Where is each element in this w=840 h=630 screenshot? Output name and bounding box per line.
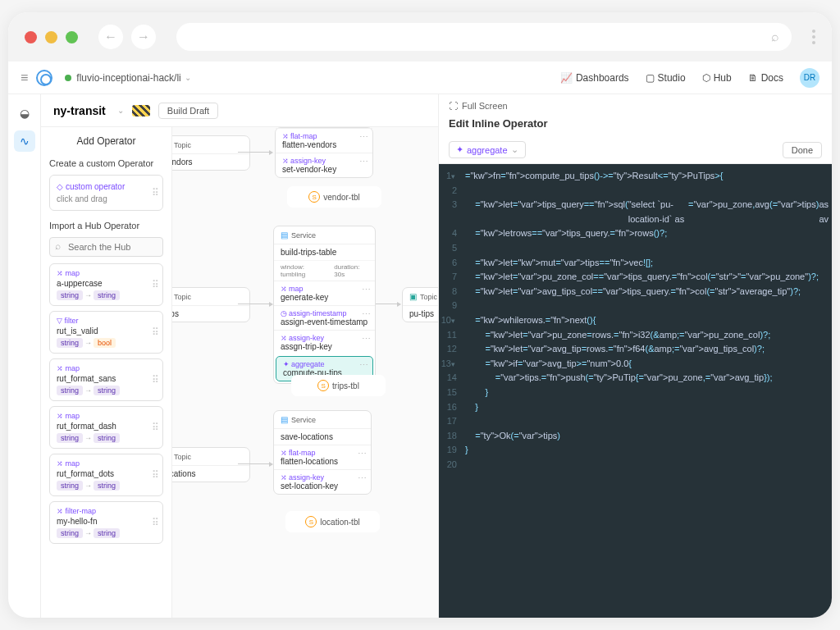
search-icon: ⌕ <box>771 30 779 44</box>
hub-operator-item[interactable]: ⤮ map a-uppercase string→string ⠿ <box>49 263 163 306</box>
nav-docs[interactable]: 🗎 Docs <box>748 72 783 84</box>
nav-studio[interactable]: ▢ Studio <box>646 72 686 84</box>
sink-trips-tbl[interactable]: Strips-tbl <box>291 375 386 396</box>
window-minimize-icon[interactable] <box>45 31 57 43</box>
ellipsis-icon[interactable]: ⋯ <box>359 132 368 143</box>
grip-icon: ⠿ <box>152 187 158 199</box>
arrow-icon <box>376 304 400 304</box>
ellipsis-icon[interactable]: ⋯ <box>358 473 366 484</box>
operator-sidebar: Add Operator Create a custom Operator ◇ … <box>41 127 172 618</box>
topic-node-vendors[interactable]: ▣Topic vendors <box>172 135 250 171</box>
grip-icon: ⠿ <box>152 422 158 433</box>
browser-chrome: ← → ⌕ <box>8 12 832 62</box>
grip-icon: ⠿ <box>152 469 158 481</box>
service-icon: ▤ <box>281 231 288 240</box>
draft-badge-icon <box>132 105 150 116</box>
arrow-icon <box>238 152 272 153</box>
grip-icon: ⠿ <box>152 517 158 528</box>
topic-node-trips[interactable]: ▣Topic trips <box>172 287 250 322</box>
left-rail: ◒ ∿ <box>8 94 41 618</box>
ellipsis-icon[interactable]: ⋯ <box>359 157 368 167</box>
flow-icon[interactable]: ∿ <box>14 130 35 152</box>
diamond-icon: ◇ <box>57 182 63 191</box>
window-maximize-icon[interactable] <box>66 31 78 43</box>
ellipsis-icon[interactable]: ⋯ <box>362 334 370 345</box>
grip-icon: ⠿ <box>152 279 158 290</box>
aggregate-chip[interactable]: ✦ aggregate ⌄ <box>449 141 526 158</box>
done-button[interactable]: Done <box>783 142 822 158</box>
editor-title: Edit Inline Operator <box>439 117 832 136</box>
grip-icon: ⠿ <box>152 374 158 386</box>
chevron-down-icon[interactable]: ⌄ <box>117 106 124 115</box>
topic-node-pu-tips[interactable]: ▣Topic pu-tips <box>402 287 438 322</box>
back-button[interactable]: ← <box>98 25 123 49</box>
gauge-icon[interactable]: ◒ <box>14 103 35 124</box>
forward-button[interactable]: → <box>131 25 156 49</box>
status-dot-icon <box>65 75 71 81</box>
app-header: ≡ fluvio-inceptionai-hack/li ⌄ 📈 Dashboa… <box>8 62 832 94</box>
hub-operator-item[interactable]: ⤮ map rut_format_dots string→string ⠿ <box>49 454 163 496</box>
nav-dashboards[interactable]: 📈 Dashboards <box>560 72 629 84</box>
service-node-vendors[interactable]: ⤮ flat-mapflatten-vendors⋯ ⤮ assign-keys… <box>275 127 373 178</box>
hub-operator-item[interactable]: ▽ filter rut_is_valid string→bool ⠿ <box>49 311 163 354</box>
kebab-menu-icon[interactable] <box>812 30 815 44</box>
hub-operator-item[interactable]: ⤮ map rut_format_sans string→string ⠿ <box>49 358 163 401</box>
arrow-icon <box>238 463 272 464</box>
import-operator-label: Import a Hub Operator <box>49 221 163 231</box>
code-editor[interactable]: 1▾="kw">fn ="fn">compute_pu_tips() -> ="… <box>439 164 832 618</box>
fullscreen-label[interactable]: Full Screen <box>462 101 508 111</box>
flow-canvas[interactable]: ▣Topic vendors ▣Topic trips ▣Topic locat… <box>172 127 438 618</box>
ellipsis-icon[interactable]: ⋯ <box>362 285 370 295</box>
url-bar[interactable]: ⌕ <box>176 23 792 51</box>
build-draft-button[interactable]: Build Draft <box>158 103 218 119</box>
nav-hub[interactable]: ⬡ Hub <box>702 72 732 84</box>
topic-icon: ▣ <box>409 292 417 301</box>
add-operator-title: Add Operator <box>49 135 163 153</box>
sink-vendor-tbl[interactable]: Svendor-tbl <box>287 186 381 208</box>
sink-location-tbl[interactable]: Slocation-tbl <box>285 511 380 532</box>
hub-search-input[interactable] <box>49 237 163 257</box>
logo-icon[interactable] <box>36 70 52 86</box>
topic-node-locations[interactable]: ▣Topic locations <box>172 447 250 482</box>
window-close-icon[interactable] <box>25 31 37 43</box>
editor-pane: ⛶ Full Screen Edit Inline Operator ✦ agg… <box>438 94 832 618</box>
service-node-locations[interactable]: ▤Service save-locations ⤮ flat-mapflatte… <box>273 410 372 495</box>
hub-operator-item[interactable]: ⤮ filter-map my-hello-fn string→string ⠿ <box>49 501 163 544</box>
custom-operator-item[interactable]: ◇ custom operator click and drag ⠿ <box>49 175 163 211</box>
chevron-down-icon[interactable]: ⌄ <box>185 73 191 82</box>
breadcrumb[interactable]: fluvio-inceptionai-hack/li <box>76 72 180 84</box>
fullscreen-icon[interactable]: ⛶ <box>449 101 458 111</box>
arrow-icon <box>238 304 272 304</box>
avatar[interactable]: DR <box>800 68 819 88</box>
ellipsis-icon[interactable]: ⋯ <box>359 360 368 371</box>
project-title: ny-transit <box>53 104 106 117</box>
grip-icon: ⠿ <box>152 326 158 338</box>
ellipsis-icon[interactable]: ⋯ <box>362 309 370 320</box>
service-icon: ▤ <box>281 415 288 424</box>
ellipsis-icon[interactable]: ⋯ <box>358 449 366 459</box>
create-operator-label: Create a custom Operator <box>49 158 163 168</box>
service-node-trips[interactable]: ▤Service build-trips-table window: tumbl… <box>273 226 376 384</box>
hub-operator-item[interactable]: ⤮ map rut_format_dash string→string ⠿ <box>49 406 163 449</box>
menu-icon[interactable]: ≡ <box>21 71 28 85</box>
